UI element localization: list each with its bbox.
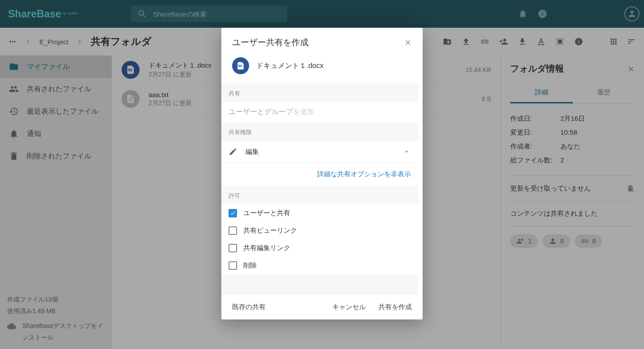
permission-select[interactable]: 編集 xyxy=(221,141,418,163)
dropdown-icon xyxy=(402,147,411,156)
advanced-options-link[interactable]: 詳細な共有オプションを非表示 xyxy=(221,163,418,186)
edit-icon xyxy=(229,147,237,156)
modal-title: ユーザー共有を作成 xyxy=(232,37,404,48)
check-edit-link[interactable]: 共有編集リンク xyxy=(221,239,418,257)
check-label: 共有編集リンク xyxy=(243,244,290,252)
checkbox-icon xyxy=(229,226,237,235)
checkbox-icon xyxy=(229,261,237,270)
check-delete[interactable]: 削除 xyxy=(221,257,418,274)
existing-share-button[interactable]: 既存の共有 xyxy=(232,303,266,311)
cancel-button[interactable]: キャンセル xyxy=(332,303,366,311)
check-label: 削除 xyxy=(243,261,257,270)
checkbox-icon xyxy=(229,244,237,252)
doc-name: ドキュメント１.docx xyxy=(256,61,323,71)
perm-value: 編集 xyxy=(246,148,402,156)
user-group-input[interactable]: ユーザーとグループを追加 xyxy=(221,102,418,122)
checkbox-icon xyxy=(229,209,237,217)
check-label: ユーザーと共有 xyxy=(243,209,290,217)
section-label-share: 共有 xyxy=(221,83,418,102)
modal-footer: 既存の共有 キャンセル 共有を作成 xyxy=(221,295,423,319)
check-share-users[interactable]: ユーザーと共有 xyxy=(221,204,418,222)
create-share-button[interactable]: 共有を作成 xyxy=(378,303,412,311)
modal-body: 共有 ユーザーとグループを追加 共有権限 編集 詳細な共有オプションを非表示 許… xyxy=(221,83,423,295)
modal-doc: ドキュメント１.docx xyxy=(221,57,423,83)
check-label: 共有ビューリンク xyxy=(243,226,297,235)
check-view-link[interactable]: 共有ビューリンク xyxy=(221,222,418,239)
modal-overlay[interactable]: ユーザー共有を作成 ドキュメント１.docx 共有 ユーザーとグループを追加 共… xyxy=(0,0,644,349)
section-label-perm: 共有権限 xyxy=(221,122,418,141)
share-modal: ユーザー共有を作成 ドキュメント１.docx 共有 ユーザーとグループを追加 共… xyxy=(221,28,423,319)
close-icon[interactable] xyxy=(404,38,412,47)
section-label-allow: 許可 xyxy=(221,186,418,204)
word-icon xyxy=(232,57,249,74)
